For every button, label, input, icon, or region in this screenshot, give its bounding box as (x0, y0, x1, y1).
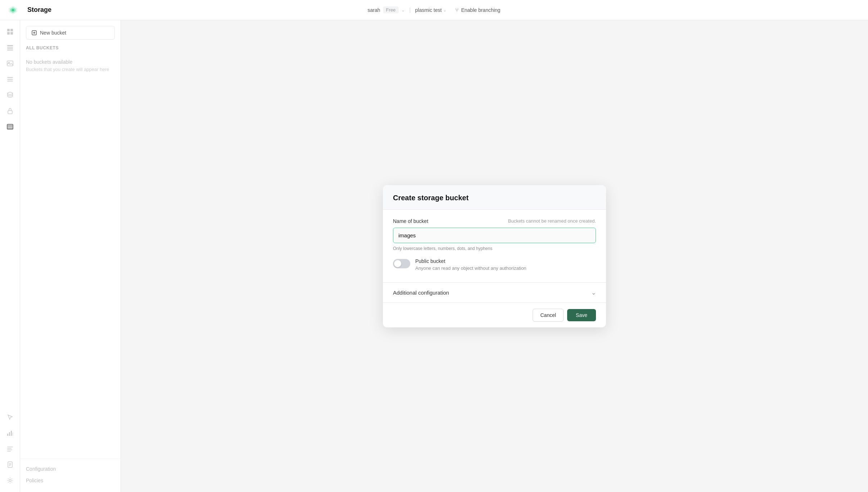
svg-rect-13 (7, 77, 13, 78)
toggle-label: Public bucket (415, 258, 526, 264)
icon-sidebar (0, 20, 20, 492)
svg-rect-20 (9, 432, 10, 436)
header-plan: Free (383, 6, 399, 13)
header: Storage sarah Free ⌄ | plasmic test ⌄ ⑂ … (0, 0, 868, 20)
header-branch[interactable]: ⑂ Enable branching (455, 7, 500, 13)
modal-body: Name of bucket Buckets cannot be renamed… (383, 210, 606, 282)
modal-header: Create storage bucket (383, 185, 606, 210)
svg-rect-8 (7, 47, 13, 48)
toggle-thumb (394, 260, 401, 267)
chevron-down-icon: ⌄ (591, 289, 596, 296)
rename-hint: Buckets cannot be renamed once created. (508, 218, 596, 224)
toggle-row: Public bucket Anyone can read any object… (393, 258, 596, 271)
header-user: sarah (368, 7, 380, 13)
empty-state: No buckets available Buckets that you cr… (20, 53, 121, 79)
svg-rect-9 (7, 48, 13, 49)
toggle-info: Public bucket Anyone can read any object… (415, 258, 526, 271)
input-helper: Only lowercase letters, numbers, dots, a… (393, 246, 596, 251)
sidebar-icon-table[interactable] (3, 40, 17, 55)
svg-point-31 (9, 479, 11, 482)
svg-rect-3 (7, 29, 10, 31)
modal-overlay: Create storage bucket Name of bucket Buc… (121, 20, 868, 492)
additional-config-section: Additional configuration ⌄ (383, 282, 606, 303)
svg-rect-10 (7, 50, 13, 50)
header-plan-chevron: ⌄ (401, 8, 405, 13)
new-bucket-icon (31, 30, 37, 36)
additional-config-label: Additional configuration (393, 290, 449, 296)
header-sep: | (409, 7, 411, 13)
empty-desc: Buckets that you create will appear here (26, 66, 115, 73)
bucket-name-input[interactable] (393, 228, 596, 243)
left-panel: New bucket All buckets No buckets availa… (20, 20, 121, 492)
new-bucket-button[interactable]: New bucket (26, 26, 115, 40)
sidebar-icon-logs[interactable] (3, 442, 17, 456)
svg-rect-15 (7, 81, 13, 81)
svg-rect-24 (7, 448, 12, 449)
sidebar-icon-storage[interactable] (3, 120, 17, 134)
logo[interactable] (7, 4, 19, 16)
header-project[interactable]: plasmic test ⌄ (415, 7, 447, 13)
public-bucket-toggle[interactable] (393, 259, 410, 268)
svg-rect-25 (7, 449, 12, 450)
additional-config-toggle[interactable]: Additional configuration ⌄ (393, 289, 596, 296)
svg-rect-26 (7, 451, 11, 452)
cancel-button[interactable]: Cancel (533, 309, 564, 322)
branch-icon: ⑂ (455, 7, 459, 13)
svg-rect-17 (8, 111, 12, 114)
modal-footer: Cancel Save (383, 303, 606, 327)
sidebar-icon-report[interactable] (3, 457, 17, 472)
project-chevron-icon: ⌄ (443, 8, 447, 13)
toggle-desc: Anyone can read any object without any a… (415, 265, 526, 271)
name-label: Name of bucket (393, 218, 428, 224)
form-name-row: Name of bucket Buckets cannot be renamed… (393, 218, 596, 224)
sidebar-icon-home[interactable] (3, 24, 17, 39)
nav-item-configuration[interactable]: Configuration (20, 463, 121, 475)
modal-title: Create storage bucket (393, 194, 596, 202)
header-center: sarah Free ⌄ | plasmic test ⌄ ⑂ Enable b… (368, 6, 501, 13)
empty-title: No buckets available (26, 59, 115, 65)
nav-item-policies[interactable]: Policies (20, 475, 121, 486)
svg-rect-4 (10, 29, 13, 31)
sidebar-icon-lock[interactable] (3, 104, 17, 118)
svg-rect-19 (7, 434, 8, 436)
sidebar-icon-database[interactable] (3, 88, 17, 102)
svg-rect-21 (11, 431, 12, 436)
main-layout: New bucket All buckets No buckets availa… (0, 20, 868, 492)
left-panel-bottom: Configuration Policies (20, 459, 121, 486)
svg-rect-7 (7, 45, 13, 46)
svg-rect-5 (7, 32, 10, 35)
sidebar-icon-image[interactable] (3, 56, 17, 71)
sidebar-icon-settings[interactable] (3, 473, 17, 488)
section-label: All buckets (20, 45, 121, 50)
svg-point-16 (8, 92, 13, 94)
svg-rect-14 (7, 79, 13, 80)
sidebar-icon-cursor[interactable] (3, 410, 17, 424)
svg-rect-23 (7, 447, 13, 447)
svg-rect-6 (10, 32, 13, 35)
svg-rect-22 (13, 433, 13, 436)
save-button[interactable]: Save (567, 309, 596, 321)
sidebar-icon-chart[interactable] (3, 426, 17, 440)
create-bucket-modal: Create storage bucket Name of bucket Buc… (383, 185, 606, 327)
main-content: Create storage bucket Name of bucket Buc… (121, 20, 868, 492)
sidebar-icon-list[interactable] (3, 72, 17, 86)
